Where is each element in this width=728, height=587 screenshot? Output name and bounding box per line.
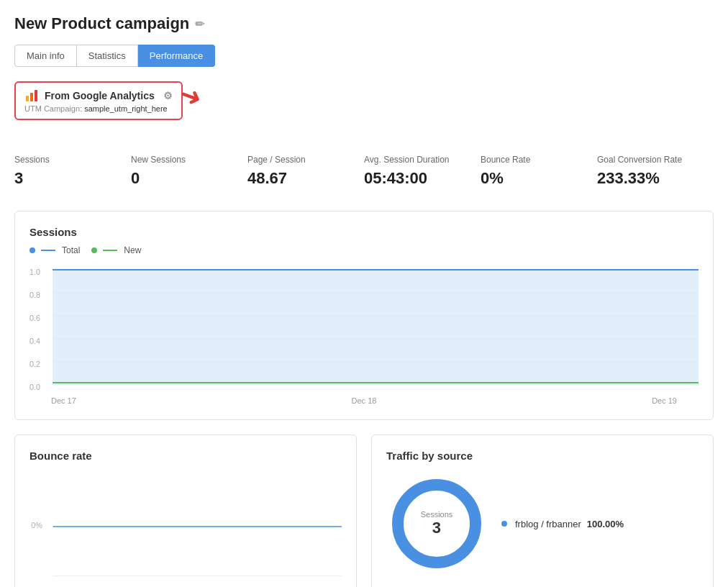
svg-rect-1 — [30, 93, 33, 101]
sessions-legend: Total New — [29, 245, 699, 255]
donut-center: Sessions 3 — [421, 510, 453, 537]
settings-icon[interactable]: ⚙ — [163, 90, 173, 101]
bounce-chart-title: Bounce rate — [29, 450, 342, 462]
tab-main-info[interactable]: Main info — [14, 45, 77, 67]
bounce-svg: 0% — [29, 469, 342, 584]
bounce-chart-area: 0% — [29, 469, 342, 584]
donut-chart: Sessions 3 — [386, 473, 487, 574]
utm-label: UTM Campaign: sample_utm_right_here — [24, 104, 173, 113]
metrics-row: Sessions 3 New Sessions 0 Page / Session… — [14, 149, 714, 194]
google-analytics-icon — [24, 88, 39, 103]
new-line — [103, 250, 117, 251]
metric-avg-duration: Avg. Session Duration 05:43:00 — [364, 149, 481, 194]
svg-text:0.8: 0.8 — [29, 291, 40, 299]
traffic-source-dot — [501, 521, 507, 527]
tab-statistics[interactable]: Statistics — [77, 45, 138, 67]
edit-icon[interactable]: ✏ — [195, 17, 204, 31]
tabs-container: Main info Statistics Performance — [14, 45, 714, 67]
metric-sessions: Sessions 3 — [14, 149, 131, 194]
metric-bounce-rate: Bounce Rate 0% — [481, 149, 597, 194]
legend-new: New — [91, 245, 141, 255]
svg-marker-15 — [53, 270, 699, 385]
traffic-source-label: frblog / frbanner — [515, 519, 581, 529]
svg-text:0.6: 0.6 — [29, 314, 40, 322]
sessions-svg: 0.0 0.2 0.4 0.6 0.8 1.0 — [29, 264, 699, 393]
title-text: New Product campaign — [14, 14, 189, 33]
traffic-chart-card: Traffic by source Sessions 3 frblog / fr… — [371, 434, 714, 587]
svg-text:0.2: 0.2 — [29, 360, 40, 368]
page-title: New Product campaign ✏ — [14, 14, 714, 33]
analytics-source-label: From Google Analytics — [45, 90, 155, 101]
analytics-source-box: From Google Analytics ⚙ UTM Campaign: sa… — [14, 81, 183, 120]
svg-rect-0 — [26, 96, 29, 101]
sessions-x-labels: Dec 17 Dec 18 Dec 19 — [29, 396, 699, 405]
svg-text:1.0: 1.0 — [29, 268, 40, 276]
traffic-chart-title: Traffic by source — [386, 450, 699, 462]
metric-new-sessions: New Sessions 0 — [131, 149, 247, 194]
sessions-chart-card: Sessions Total New 0.0 0.2 0.4 0.6 0.8 1… — [14, 211, 714, 420]
metric-goal-conversion: Goal Conversion Rate 233.33% — [597, 149, 714, 194]
svg-text:0.4: 0.4 — [29, 337, 40, 345]
traffic-content: Sessions 3 frblog / frbanner 100.00% — [386, 473, 699, 574]
total-dot — [29, 247, 35, 253]
bottom-charts: Bounce rate 0% Dec 17 Dec 18 Dec 19 Traf… — [14, 434, 714, 587]
sessions-chart-title: Sessions — [29, 226, 699, 238]
legend-total: Total — [29, 245, 80, 255]
traffic-legend: frblog / frbanner 100.00% — [501, 519, 624, 529]
traffic-legend-item: frblog / frbanner 100.00% — [501, 519, 624, 529]
bounce-rate-chart-card: Bounce rate 0% Dec 17 Dec 18 Dec 19 — [14, 434, 357, 587]
sessions-chart-area: 0.0 0.2 0.4 0.6 0.8 1.0 — [29, 264, 699, 393]
svg-text:0%: 0% — [31, 521, 42, 529]
svg-text:0.0: 0.0 — [29, 383, 40, 391]
svg-rect-2 — [35, 90, 37, 101]
total-line — [41, 250, 55, 251]
metric-page-session: Page / Session 48.67 — [247, 149, 364, 194]
traffic-source-pct: 100.00% — [587, 519, 624, 529]
new-dot — [91, 247, 97, 253]
tab-performance[interactable]: Performance — [138, 45, 215, 67]
